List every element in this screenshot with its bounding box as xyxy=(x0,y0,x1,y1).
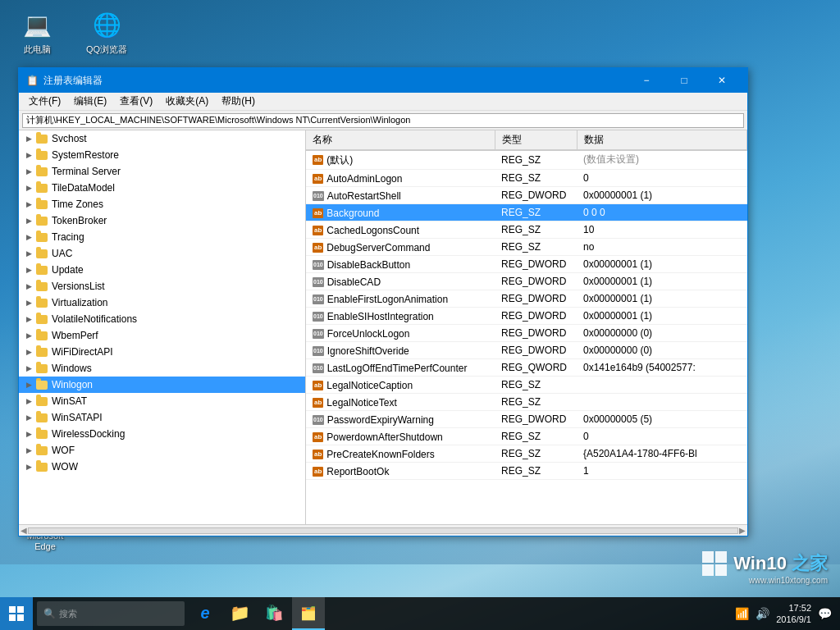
tree-label: TileDataModel xyxy=(52,182,115,194)
expand-icon: ▶ xyxy=(22,313,35,326)
menu-view[interactable]: 查看(V) xyxy=(113,93,159,110)
table-row[interactable]: 010 LastLogOffEndTimePerfCounter REG_QWO… xyxy=(306,358,747,376)
col-type[interactable]: 类型 xyxy=(495,130,577,150)
tree-item-time-zones[interactable]: ▶ Time Zones xyxy=(19,196,305,212)
tree-item-tokenbroker[interactable]: ▶ TokenBroker xyxy=(19,212,305,229)
table-row[interactable]: ab CachedLogonsCount REG_SZ 10 xyxy=(306,221,747,238)
tree-label: WOF xyxy=(52,445,75,456)
taskbar-clock[interactable]: 17:52 2016/9/1 xyxy=(776,602,811,626)
table-row[interactable]: ab AutoAdminLogon REG_SZ 0 xyxy=(306,169,747,186)
tree-item-wifidirectapi[interactable]: ▶ WiFiDirectAPI xyxy=(19,344,305,360)
tree-item-winlogon[interactable]: ▶ Winlogon xyxy=(19,377,305,393)
table-row[interactable]: ab DebugServerCommand REG_SZ no xyxy=(306,238,747,255)
tree-item-winsatapi[interactable]: ▶ WinSATAPI xyxy=(19,409,305,426)
values-table: 名称 类型 数据 ab (默认) REG_SZ (数值未设置) ab AutoA… xyxy=(306,130,747,480)
tree-item-wirelessdocking[interactable]: ▶ WirelessDocking xyxy=(19,426,305,442)
maximize-button[interactable]: □ xyxy=(665,68,703,93)
tree-panel[interactable]: ▶ Svchost ▶ SystemRestore ▶ Terminal Ser… xyxy=(19,130,306,524)
start-button[interactable] xyxy=(0,597,33,630)
svg-rect-5 xyxy=(17,606,24,613)
table-row[interactable]: 010 IgnoreShiftOveride REG_DWORD 0x00000… xyxy=(306,341,747,358)
win10-site-text: www.win10xtong.com xyxy=(749,576,828,585)
svg-rect-4 xyxy=(9,606,16,613)
menu-file[interactable]: 文件(F) xyxy=(22,93,67,110)
expand-icon: ▶ xyxy=(22,362,35,375)
table-row-background[interactable]: ab Background REG_SZ 0 0 0 xyxy=(306,203,747,221)
table-row[interactable]: ab PreCreateKnownFolders REG_SZ {A520A1A… xyxy=(306,445,747,462)
address-input[interactable] xyxy=(22,113,744,128)
taskbar-app-edge[interactable]: e xyxy=(189,597,221,630)
desktop-icon-qq-browser[interactable]: 🌐 QQ浏览器 xyxy=(78,8,135,55)
tree-item-winsat[interactable]: ▶ WinSAT xyxy=(19,393,305,409)
svg-rect-3 xyxy=(715,564,727,576)
search-label: 搜索 xyxy=(59,608,77,620)
tree-item-volatilenotifications[interactable]: ▶ VolatileNotifications xyxy=(19,311,305,327)
desktop-icon-this-pc[interactable]: 💻 此电脑 xyxy=(8,8,66,55)
notification-icon[interactable]: 💬 xyxy=(818,607,832,620)
taskbar-search[interactable]: 🔍 搜索 xyxy=(37,601,185,626)
folder-icon xyxy=(35,215,48,226)
tree-item-systemrestore[interactable]: ▶ SystemRestore xyxy=(19,147,305,163)
taskbar-app-folder[interactable]: 📁 xyxy=(223,597,256,630)
table-row[interactable]: ab LegalNoticeCaption REG_SZ xyxy=(306,376,747,393)
values-panel[interactable]: 名称 类型 数据 ab (默认) REG_SZ (数值未设置) ab AutoA… xyxy=(306,130,747,524)
qq-browser-icon: 🌐 xyxy=(90,8,123,41)
table-row[interactable]: 010 ForceUnlockLogon REG_DWORD 0x0000000… xyxy=(306,324,747,341)
tree-item-wof[interactable]: ▶ WOF xyxy=(19,442,305,459)
table-row[interactable]: 010 PasswordExpiryWarning REG_DWORD 0x00… xyxy=(306,410,747,427)
table-row[interactable]: 010 EnableSIHostIntegration REG_DWORD 0x… xyxy=(306,307,747,324)
menu-favorites[interactable]: 收藏夹(A) xyxy=(159,93,215,110)
minimize-button[interactable]: − xyxy=(628,68,665,93)
table-row[interactable]: ab (默认) REG_SZ (数值未设置) xyxy=(306,150,747,169)
folder-icon xyxy=(35,182,48,194)
speaker-icon: 🔊 xyxy=(756,607,769,620)
tree-item-tiledatamodel[interactable]: ▶ TileDataModel xyxy=(19,180,305,196)
expand-icon: ▶ xyxy=(22,427,35,441)
expand-icon: ▶ xyxy=(22,329,35,342)
svg-rect-1 xyxy=(715,551,727,563)
tree-label: Terminal Server xyxy=(52,166,121,177)
svg-rect-2 xyxy=(702,564,714,576)
folder-icon xyxy=(35,133,48,144)
expand-icon: ▶ xyxy=(22,231,35,244)
table-row[interactable]: 010 DisableBackButton REG_DWORD 0x000000… xyxy=(306,255,747,272)
tree-item-update[interactable]: ▶ Update xyxy=(19,262,305,278)
table-row[interactable]: 010 DisableCAD REG_DWORD 0x00000001 (1) xyxy=(306,272,747,290)
table-row[interactable]: 010 AutoRestartShell REG_DWORD 0x0000000… xyxy=(306,186,747,203)
tree-item-wbemperf[interactable]: ▶ WbemPerf xyxy=(19,327,305,344)
horizontal-scrollbar[interactable]: ◀ ▶ xyxy=(19,524,747,536)
taskbar-app-regedit[interactable]: 🗂️ xyxy=(292,597,325,630)
table-row[interactable]: 010 EnableFirstLogonAnimation REG_DWORD … xyxy=(306,290,747,307)
tree-label: WirelessDocking xyxy=(52,428,125,440)
tree-label: VersionsList xyxy=(52,281,105,292)
tree-item-virtualization[interactable]: ▶ Virtualization xyxy=(19,294,305,311)
taskbar-app-store[interactable]: 🛍️ xyxy=(258,597,290,630)
table-row[interactable]: ab LegalNoticeText REG_SZ xyxy=(306,393,747,410)
tree-item-tracing[interactable]: ▶ Tracing xyxy=(19,229,305,245)
expand-icon: ▶ xyxy=(22,378,35,391)
tree-label: Update xyxy=(52,264,84,276)
col-name[interactable]: 名称 xyxy=(306,130,495,150)
tree-label: WinSAT xyxy=(52,395,87,407)
values-body: ab (默认) REG_SZ (数值未设置) ab AutoAdminLogon… xyxy=(306,150,747,479)
svg-rect-0 xyxy=(702,551,714,563)
tree-item-wow[interactable]: ▶ WOW xyxy=(19,459,305,475)
network-icon: 📶 xyxy=(735,607,749,620)
window-title: 注册表编辑器 xyxy=(43,74,628,88)
tree-item-windows[interactable]: ▶ Windows xyxy=(19,360,305,377)
tree-item-versionslist[interactable]: ▶ VersionsList xyxy=(19,278,305,294)
expand-icon: ▶ xyxy=(22,280,35,293)
tree-item-svchost[interactable]: ▶ Svchost xyxy=(19,130,305,147)
close-button[interactable]: ✕ xyxy=(703,68,741,93)
col-data[interactable]: 数据 xyxy=(577,130,747,150)
tree-label: WinSATAPI xyxy=(52,412,103,423)
menu-help[interactable]: 帮助(H) xyxy=(215,93,262,110)
folder-icon xyxy=(35,297,48,308)
table-row[interactable]: ab ReportBootOk REG_SZ 1 xyxy=(306,462,747,479)
tree-item-uac[interactable]: ▶ UAC xyxy=(19,245,305,262)
menu-edit[interactable]: 编辑(E) xyxy=(67,93,113,110)
tree-item-terminal-server[interactable]: ▶ Terminal Server xyxy=(19,163,305,180)
search-icon: 🔍 xyxy=(43,608,56,619)
table-row[interactable]: ab PowerdownAfterShutdown REG_SZ 0 xyxy=(306,427,747,445)
regedit-app-icon: 📋 xyxy=(25,74,39,87)
